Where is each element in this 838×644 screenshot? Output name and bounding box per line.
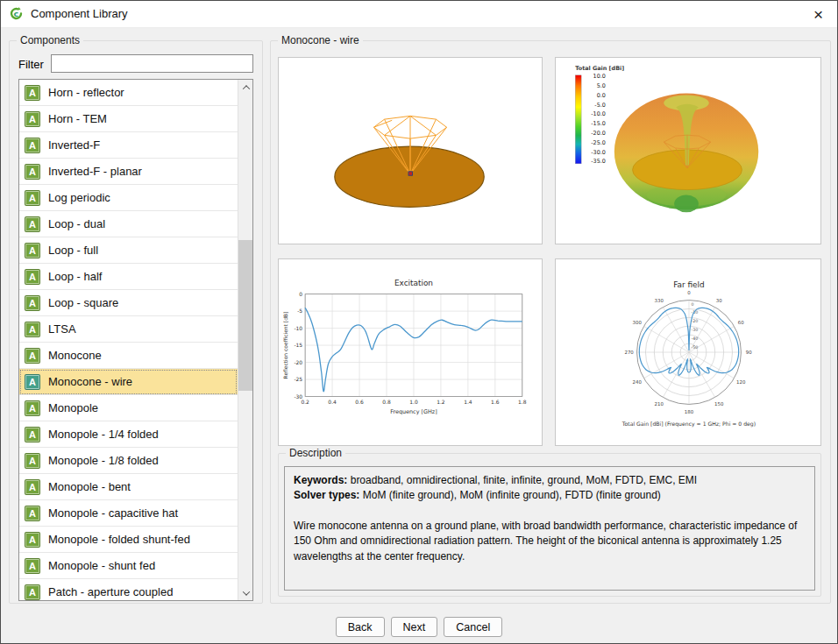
svg-text:Excitation: Excitation: [394, 279, 433, 287]
svg-text:Far field: Far field: [673, 280, 704, 289]
scroll-thumb[interactable]: [238, 240, 253, 391]
solver-types-label: Solver types:: [294, 489, 359, 501]
svg-text:c: c: [13, 9, 18, 18]
svg-text:-30.0: -30.0: [591, 149, 606, 156]
list-item[interactable]: AHorn - reflector: [19, 80, 238, 106]
window-title: Component Library: [31, 7, 128, 20]
next-button[interactable]: Next: [391, 617, 438, 637]
list-item[interactable]: AMonopole - 1/8 folded: [19, 448, 238, 474]
svg-text:60: 60: [738, 320, 744, 325]
list-item-label: Monocone - wire: [48, 375, 132, 388]
antenna-component-icon: A: [25, 269, 40, 285]
svg-text:0: 0: [691, 302, 693, 307]
solver-types-line: Solver types: MoM (finite ground), MoM (…: [294, 488, 806, 503]
svg-text:-5.0: -5.0: [594, 102, 606, 109]
svg-text:-10: -10: [294, 325, 302, 331]
chevron-down-icon: [242, 588, 249, 595]
list-item-label: Inverted-F: [48, 138, 100, 152]
solver-types-value: MoM (finite ground), MoM (infinite groun…: [363, 489, 661, 501]
scroll-track[interactable]: [238, 95, 253, 585]
antenna-component-icon: A: [25, 558, 40, 574]
cancel-button[interactable]: Cancel: [444, 617, 502, 637]
chevron-up-icon: [242, 85, 249, 92]
list-item-label: Monopole - bent: [48, 480, 131, 493]
list-item[interactable]: ALog periodic: [19, 185, 238, 211]
svg-text:120: 120: [736, 379, 746, 385]
svg-text:10.0: 10.0: [593, 73, 606, 80]
colorbar-title: Total Gain [dBi]: [575, 65, 624, 72]
list-item[interactable]: AMonopole: [19, 395, 238, 421]
list-item-label: Horn - reflector: [48, 86, 124, 99]
list-item-label: LTSA: [48, 322, 76, 336]
svg-text:0: 0: [687, 290, 691, 295]
list-item[interactable]: ALoop - square: [19, 290, 238, 316]
back-button[interactable]: Back: [336, 617, 385, 637]
colorbar-ticks: 10.05.00.0-5.0-10.0-15.0-20.0-25.0-30.0-…: [591, 73, 606, 165]
list-scrollbar[interactable]: [238, 80, 252, 600]
list-item[interactable]: AMonocone: [19, 343, 238, 369]
list-item[interactable]: AInverted-F - planar: [19, 159, 238, 185]
filter-input[interactable]: [51, 54, 253, 73]
list-item-label: Loop - dual: [48, 217, 105, 230]
svg-text:-20: -20: [294, 359, 302, 365]
svg-text:-25: -25: [294, 376, 302, 382]
svg-text:-50: -50: [691, 345, 698, 350]
scroll-up-button[interactable]: [238, 80, 253, 95]
svg-text:30: 30: [716, 298, 722, 303]
list-item[interactable]: AHorn - TEM: [19, 106, 238, 132]
svg-text:1.0: 1.0: [409, 399, 418, 405]
list-item-label: Monopole - folded shunt-fed: [48, 533, 190, 546]
description-body: Wire monocone antenna on a ground plane,…: [294, 519, 806, 564]
svg-text:-20: -20: [691, 319, 698, 323]
list-item[interactable]: ALoop - dual: [19, 211, 238, 237]
components-panel-title: Components: [17, 34, 83, 46]
description-panel: Description Keywords: broadband, omnidir…: [278, 453, 821, 597]
list-item[interactable]: AMonopole - 1/4 folded: [19, 421, 238, 448]
svg-text:Total Gain [dBi] (Frequency =: Total Gain [dBi] (Frequency = 1 GHz; Phi…: [621, 421, 756, 428]
list-item[interactable]: AMonocone - wire: [19, 369, 238, 395]
farfield-preview: Far field0306090120150180210240270300330…: [555, 258, 821, 446]
svg-text:-40: -40: [691, 336, 698, 341]
svg-text:0: 0: [299, 291, 302, 297]
list-item[interactable]: AMonopole - bent: [19, 474, 238, 500]
antenna-component-icon: A: [25, 322, 40, 337]
component-library-dialog: c Component Library × Components Filter …: [0, 0, 838, 644]
antenna-component-icon: A: [25, 374, 40, 390]
svg-text:-5: -5: [297, 308, 302, 314]
list-item-label: Patch - aperture coupled: [48, 585, 173, 598]
keywords-value: broadband, omnidirectional, finite, infi…: [351, 474, 698, 486]
list-item[interactable]: ALoop - full: [19, 237, 238, 264]
close-icon: ×: [813, 6, 823, 23]
list-item-label: Monopole: [48, 401, 98, 414]
farfield-chart: Far field0306090120150180210240270300330…: [556, 259, 820, 445]
keywords-label: Keywords:: [294, 474, 347, 486]
svg-text:150: 150: [714, 401, 724, 407]
antenna-component-icon: A: [25, 400, 40, 416]
svg-text:1.4: 1.4: [464, 399, 472, 405]
antenna-component-icon: A: [25, 190, 40, 206]
filter-label: Filter: [18, 58, 44, 71]
components-panel: Components Filter AHorn - reflectorAHorn…: [9, 40, 263, 604]
scroll-down-button[interactable]: [238, 585, 253, 600]
list-item[interactable]: ALoop - half: [19, 264, 238, 290]
list-item[interactable]: AInverted-F: [19, 132, 238, 159]
keywords-line: Keywords: broadband, omnidirectional, fi…: [294, 473, 806, 488]
svg-text:300: 300: [633, 320, 643, 325]
svg-text:-35.0: -35.0: [591, 158, 606, 165]
list-item[interactable]: ALTSA: [19, 316, 238, 343]
list-item[interactable]: AMonopole - capacitive hat: [19, 500, 238, 527]
list-item[interactable]: AMonopole - shunt fed: [19, 553, 238, 579]
svg-text:270: 270: [624, 350, 634, 355]
svg-text:0.2: 0.2: [301, 399, 309, 405]
list-item[interactable]: APatch - aperture coupled: [19, 579, 238, 601]
svg-text:0.0: 0.0: [597, 92, 606, 99]
antenna-component-icon: A: [25, 138, 40, 153]
svg-text:Reflection coefficient [dB]: Reflection coefficient [dB]: [282, 312, 288, 379]
svg-text:210: 210: [655, 401, 664, 407]
antenna-component-icon: A: [25, 479, 40, 495]
list-item-label: Horn - TEM: [48, 112, 107, 125]
close-button[interactable]: ×: [799, 0, 838, 28]
svg-text:-15.0: -15.0: [591, 120, 606, 127]
excitation-preview: 0.20.40.60.81.01.21.41.61.80-5-10-15-20-…: [278, 258, 543, 446]
list-item[interactable]: AMonopole - folded shunt-fed: [19, 527, 238, 553]
